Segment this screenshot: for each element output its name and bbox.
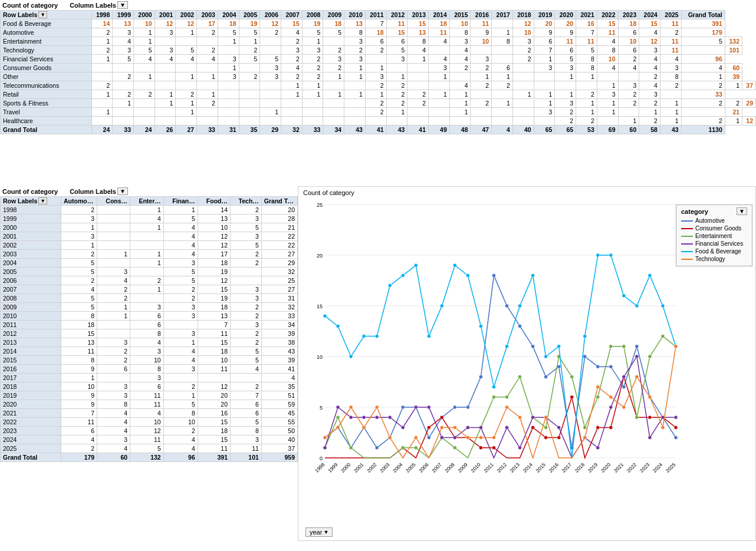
table-cell: 5 [176,46,197,55]
table-cell: 4 [597,64,618,72]
legend-item: Automotive [681,217,747,224]
table-cell: 2 [618,55,639,64]
table-cell: 2 [639,72,660,81]
table-cell [323,37,344,46]
table-cell: 2 [281,55,303,64]
row-label: 2012 [1,329,61,338]
legend-color-swatch [681,243,693,245]
svg-point-178 [596,385,600,389]
table-cell [492,55,513,64]
table-cell: 12 [742,117,756,126]
table-cell: 4 [163,250,198,259]
svg-text:2010: 2010 [469,461,482,474]
bottom-pivot-title: Count of category [2,188,58,195]
table-cell: 4 [130,409,164,418]
table-cell: 4 [660,55,681,64]
table-cell: 1 [344,90,366,99]
table-cell: 4 [155,55,176,64]
year-col-header: 2007 [281,11,303,19]
legend-item: Food & Beverage [681,248,747,255]
table-cell: 11 [660,46,681,55]
table-row: 2010816313233 [1,312,298,321]
year-col-header: 1999 [113,11,134,19]
table-cell: 11 [130,435,164,444]
svg-text:2015: 2015 [535,461,547,474]
svg-point-148 [492,385,495,389]
table-cell: 8 [163,409,198,418]
table-cell: 4 [618,64,639,72]
table-cell: 2 [555,108,576,117]
svg-point-94 [492,395,495,399]
table-cell: 1 [323,72,344,81]
svg-point-154 [583,335,587,338]
svg-point-144 [440,304,443,308]
table-cell: 3 [130,347,164,356]
table-row: 2009513318232 [1,303,298,312]
table-cell: 5 [260,55,281,64]
svg-point-152 [544,355,548,358]
row-label: Financial Services [1,55,92,64]
col-labels-label: Column Labels [70,2,116,9]
bottom-col-filter-btn[interactable]: ▼ [117,187,128,195]
table-cell: 5 [576,46,597,55]
col-labels-filter-btn[interactable]: ▼ [117,1,128,9]
table-cell: 35 [239,126,260,134]
svg-point-139 [375,335,379,338]
table-row: 2007421215327 [1,285,298,294]
table-cell: 8 [597,46,618,55]
table-cell: 3 [97,435,130,444]
table-row: 2017134 [1,374,298,382]
table-cell: 32 [261,303,297,312]
row-labels-header[interactable]: Row Labels ▼ [3,11,47,18]
table-cell: 1 [365,90,386,99]
table-row: Telecommunications2112242213422137 [1,81,756,90]
svg-text:2002: 2002 [366,461,378,474]
row-label: 2009 [1,303,61,312]
bottom-col-header: Finan… [163,197,198,206]
bottom-row-labels-header[interactable]: Row Labels ▼ [3,197,47,204]
table-cell: 4 [429,55,450,64]
year-filter[interactable]: year ▼ [305,527,333,537]
table-cell: 1 [281,81,303,90]
year-col-header: 2011 [365,11,386,19]
table-cell: 2 [618,90,639,99]
table-cell: 11 [386,19,407,28]
svg-point-135 [323,314,327,318]
table-cell: 5 [230,356,261,365]
table-cell: 24 [133,126,155,134]
table-row: 20181036212235 [1,382,298,391]
table-cell: 4 [97,444,130,453]
row-label: 2000 [1,223,61,232]
table-row: Grand Total1796013296391101959 [1,453,298,462]
svg-point-176 [544,415,548,419]
table-cell [407,117,429,126]
table-cell [133,108,155,117]
table-cell: 43 [386,126,407,134]
legend-color-swatch [681,251,693,252]
svg-point-137 [349,355,353,358]
table-cell: 5 [163,268,198,276]
table-cell: 4 [163,347,198,356]
table-cell: 1 [344,72,366,81]
table-cell: 5 [61,303,97,312]
svg-point-126 [557,425,561,429]
legend-item-label: Technology [695,256,725,262]
svg-point-51 [466,405,469,409]
svg-point-85 [674,425,678,429]
table-cell: 3 [344,55,366,64]
legend-filter-btn[interactable]: ▼ [737,207,747,215]
table-cell [344,99,366,108]
svg-point-159 [648,273,652,277]
table-cell: 1 [576,108,597,117]
row-label: 2014 [1,347,61,356]
table-cell: 1 [113,99,134,108]
svg-point-166 [375,405,379,409]
table-cell: 3 [512,37,534,46]
table-cell: 4 [61,285,97,294]
row-label: 2013 [1,338,61,347]
table-cell: 1 [91,108,113,117]
table-cell [133,81,155,90]
row-label: 2018 [1,382,61,391]
table-cell [323,108,344,117]
svg-point-76 [544,436,548,440]
